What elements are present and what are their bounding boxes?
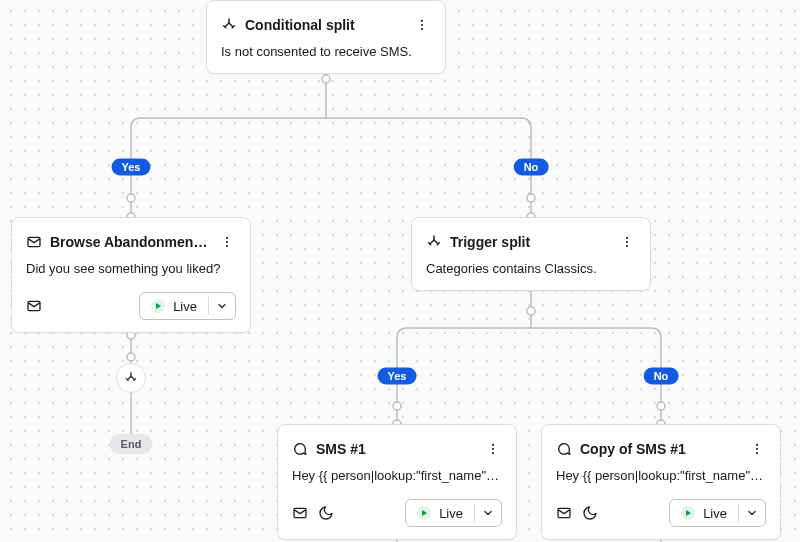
more-menu-button[interactable] [748,437,766,461]
email-channel-icon [292,505,308,521]
status-label: Live [439,506,463,521]
node-title: SMS #1 [316,441,476,457]
status-label: Live [703,506,727,521]
email-channel-icon [556,505,572,521]
more-menu-button[interactable] [413,13,431,37]
svg-point-22 [626,237,628,239]
branch-label-no: No [644,368,679,385]
svg-point-19 [226,241,228,243]
status-dropdown-button[interactable] [209,293,235,319]
status-button[interactable]: Live [670,500,738,526]
status-dropdown-button[interactable] [475,500,501,526]
node-title: Trigger split [450,234,610,250]
svg-point-24 [626,245,628,247]
quiet-hours-icon [582,505,598,521]
node-conditional-split[interactable]: Conditional split Is not consented to re… [206,0,446,74]
play-icon [151,299,165,313]
node-description: Hey {{ person|lookup:"first_name"|defaul… [556,467,766,485]
node-title: Browse Abandonment: Email... [50,234,210,250]
status-selector[interactable]: Live [669,499,766,527]
node-title: Conditional split [245,17,405,33]
chevron-down-icon [746,507,758,519]
status-selector[interactable]: Live [405,499,502,527]
split-icon [426,234,442,250]
chevron-down-icon [216,300,228,312]
quiet-hours-icon [318,505,334,521]
svg-point-30 [756,448,758,450]
more-menu-button[interactable] [618,230,636,254]
chevron-down-icon [482,507,494,519]
node-trigger-split[interactable]: Trigger split Categories contains Classi… [411,217,651,291]
svg-point-27 [492,452,494,454]
svg-point-23 [626,241,628,243]
svg-point-20 [226,245,228,247]
node-description: Categories contains Classics. [426,260,636,278]
svg-point-18 [226,237,228,239]
svg-point-25 [492,444,494,446]
node-sms-2[interactable]: Copy of SMS #1 Hey {{ person|lookup:"fir… [541,424,781,540]
split-icon [221,17,237,33]
status-button[interactable]: Live [140,293,208,319]
email-icon [26,234,42,250]
node-sms-1[interactable]: SMS #1 Hey {{ person|lookup:"first_name"… [277,424,517,540]
node-description: Is not consented to receive SMS. [221,43,431,61]
node-email[interactable]: Browse Abandonment: Email... Did you see… [11,217,251,333]
svg-point-31 [756,452,758,454]
svg-point-16 [421,28,423,30]
branch-label-no: No [514,159,549,176]
email-channel-icon [26,298,42,314]
end-label: End [110,434,153,454]
svg-point-26 [492,448,494,450]
status-selector[interactable]: Live [139,292,236,320]
status-button[interactable]: Live [406,500,474,526]
play-icon [417,506,431,520]
branch-label-yes: Yes [112,159,151,176]
node-description: Hey {{ person|lookup:"first_name"|defaul… [292,467,502,485]
status-label: Live [173,299,197,314]
svg-point-14 [421,20,423,22]
node-description: Did you see something you liked? [26,260,236,278]
svg-point-15 [421,24,423,26]
play-icon [681,506,695,520]
branch-label-yes: Yes [378,368,417,385]
more-menu-button[interactable] [484,437,502,461]
sms-icon [556,441,572,457]
status-dropdown-button[interactable] [739,500,765,526]
sms-icon [292,441,308,457]
more-menu-button[interactable] [218,230,236,254]
node-title: Copy of SMS #1 [580,441,740,457]
split-node-icon[interactable] [116,363,146,393]
svg-point-29 [756,444,758,446]
split-icon [124,371,138,385]
